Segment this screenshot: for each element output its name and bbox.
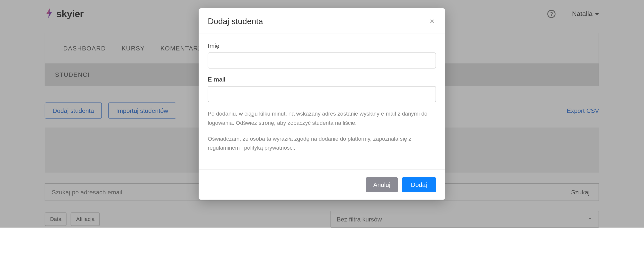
submit-button[interactable]: Dodaj [402,177,436,192]
add-student-modal: Dodaj studenta × Imię E-mail Po dodaniu,… [199,8,445,200]
modal-title: Dodaj studenta [208,17,263,26]
helper-text-2: Oświadczam, że osoba ta wyraziła zgodę n… [208,135,436,152]
name-label: Imię [208,42,436,49]
name-input[interactable] [208,52,436,68]
modal-overlay[interactable]: Dodaj studenta × Imię E-mail Po dodaniu,… [0,0,644,228]
modal-footer: Anuluj Dodaj [199,170,445,200]
helper-text-1: Po dodaniu, w ciągu kilku minut, na wska… [208,110,436,127]
modal-header: Dodaj studenta × [199,8,445,34]
close-icon[interactable]: × [428,16,436,26]
modal-body: Imię E-mail Po dodaniu, w ciągu kilku mi… [199,34,445,170]
email-label: E-mail [208,76,436,83]
cancel-button[interactable]: Anuluj [366,177,398,192]
helper-text: Po dodaniu, w ciągu kilku minut, na wska… [208,110,436,152]
email-input[interactable] [208,86,436,102]
